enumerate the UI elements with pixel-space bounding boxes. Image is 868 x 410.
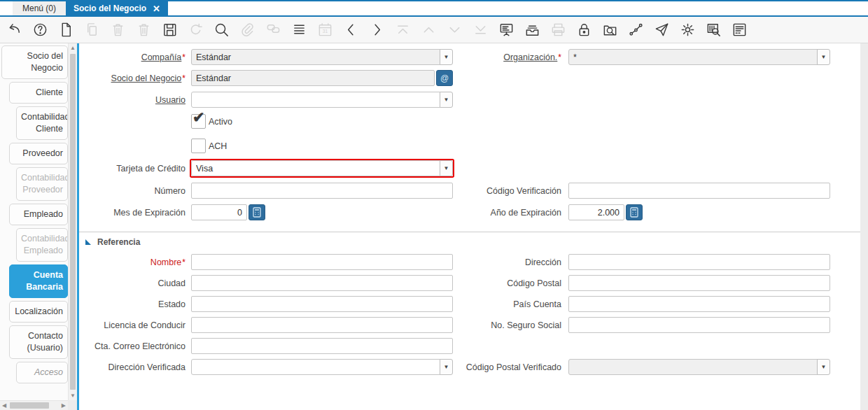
sidebar-vertical-scrollbar[interactable]: ▲ ▼ xyxy=(68,43,77,400)
vertical-scroll-thumb[interactable] xyxy=(70,54,76,390)
organizacion-dropdown-button[interactable]: ▼ xyxy=(817,49,830,65)
checkmark-icon: ✔ xyxy=(192,110,205,125)
tab-active-label: Socio del Negocio xyxy=(74,3,146,13)
attachment-icon xyxy=(239,22,255,38)
find-icon[interactable] xyxy=(214,22,230,38)
save-icon[interactable] xyxy=(162,22,178,38)
field-label-nombre: Nombre* xyxy=(79,257,186,267)
compania-dropdown-button[interactable]: ▼ xyxy=(440,49,453,65)
sidebar-item-empleado[interactable]: Empleado xyxy=(9,204,68,225)
lock-icon[interactable] xyxy=(576,22,592,38)
usuario-dropdown-button[interactable]: ▼ xyxy=(440,92,453,108)
direccion-verificada-dropdown-button[interactable]: ▼ xyxy=(440,359,453,375)
field-label-organizacion[interactable]: Organización.* xyxy=(453,52,561,62)
nombre-input[interactable] xyxy=(191,254,453,270)
scroll-down-icon[interactable]: ▼ xyxy=(69,391,77,400)
sidebar-item-cliente[interactable]: Cliente xyxy=(9,82,68,104)
sidebar-horizontal-scrollbar[interactable]: ◀ ▶ xyxy=(0,400,68,410)
activo-checkbox-label: Activo xyxy=(209,117,232,127)
referencia-section-header[interactable]: Referencia xyxy=(79,232,868,250)
seguro-social-input[interactable] xyxy=(568,317,830,333)
help-icon[interactable] xyxy=(32,22,48,38)
field-label-pais-cuenta: País Cuenta xyxy=(453,299,561,309)
ach-checkbox[interactable] xyxy=(191,139,206,153)
main-vertical-scrollbar[interactable] xyxy=(860,43,868,410)
codigo-verificacion-input[interactable] xyxy=(568,183,830,199)
usuario-input[interactable] xyxy=(191,92,440,108)
delete-record-icon xyxy=(110,22,126,38)
ano-expiracion-input[interactable] xyxy=(568,204,624,220)
field-label-seguro-social: No. Seguro Social xyxy=(453,320,561,330)
sidebar-item-cuenta-bancaria[interactable]: Cuenta Bancaria xyxy=(9,264,68,298)
activo-checkbox[interactable]: ✔ xyxy=(191,114,206,129)
tab-menu-label: Menú (0) xyxy=(22,3,56,13)
sidebar-item-contabilidad-empleado: Contabilidad Empleado xyxy=(16,228,68,262)
zoom-across-icon[interactable] xyxy=(602,22,618,38)
correo-electronico-input[interactable] xyxy=(191,338,453,354)
sidebar-item-acceso[interactable]: Acceso xyxy=(16,362,68,383)
chevron-down-icon: ▼ xyxy=(821,364,827,370)
sidebar-item-contabilidad-cliente[interactable]: Contabilidad Cliente xyxy=(16,106,68,140)
field-label-numero: Número xyxy=(79,186,186,196)
estado-input[interactable] xyxy=(191,296,453,312)
sidebar-tab-list: Socio del Negocio Cliente Contabilidad C… xyxy=(0,43,68,400)
next-record-icon[interactable] xyxy=(369,22,385,38)
calculator-icon xyxy=(252,207,262,218)
codigo-postal-input[interactable] xyxy=(568,275,830,291)
field-label-compania[interactable]: Compañía* xyxy=(79,52,186,62)
ciudad-input[interactable] xyxy=(191,275,453,291)
new-record-icon[interactable] xyxy=(58,22,74,38)
codigo-postal-verificado-dropdown-button[interactable]: ▼ xyxy=(817,359,830,375)
requests-icon[interactable] xyxy=(654,22,670,38)
numero-input[interactable] xyxy=(191,183,453,199)
business-partner-info-button[interactable]: @ xyxy=(436,70,453,86)
scroll-up-icon[interactable]: ▲ xyxy=(69,43,77,52)
workflow-icon[interactable] xyxy=(628,22,644,38)
tab-menu[interactable]: Menú (0) xyxy=(13,1,66,15)
tab-socio-del-negocio[interactable]: Socio del Negocio ✕ xyxy=(66,1,168,15)
sidebar-item-localizacion[interactable]: Localización xyxy=(9,301,68,323)
product-info-icon[interactable] xyxy=(706,22,722,38)
refresh-icon xyxy=(188,22,204,38)
report-icon[interactable] xyxy=(498,22,514,38)
sidebar-item-contacto-usuario[interactable]: Contacto (Usuario) xyxy=(9,325,68,359)
organizacion-input[interactable] xyxy=(568,49,818,65)
direccion-input[interactable] xyxy=(568,254,830,270)
close-tab-icon[interactable]: ✕ xyxy=(153,4,160,13)
ano-expiracion-calculator-button[interactable] xyxy=(626,204,643,220)
scroll-right-icon[interactable]: ▶ xyxy=(62,401,66,410)
last-record-icon xyxy=(472,22,489,38)
mes-expiracion-input[interactable] xyxy=(191,204,247,220)
scroll-left-icon[interactable]: ◀ xyxy=(2,401,6,410)
pais-cuenta-input[interactable] xyxy=(568,296,830,312)
direccion-verificada-combobox: ▼ xyxy=(191,359,453,375)
sidebar-item-proveedor[interactable]: Proveedor xyxy=(9,143,68,164)
compania-input[interactable] xyxy=(191,49,440,65)
log-icon[interactable] xyxy=(732,22,748,38)
horizontal-scroll-thumb[interactable] xyxy=(10,402,49,409)
detail-record-icon xyxy=(447,22,463,38)
socio-input[interactable] xyxy=(191,70,435,86)
undo-icon[interactable] xyxy=(6,22,22,38)
tarjeta-dropdown-button[interactable]: ▼ xyxy=(440,160,453,176)
previous-record-icon[interactable] xyxy=(343,22,359,38)
licencia-conducir-input[interactable] xyxy=(191,317,453,333)
preferences-icon[interactable] xyxy=(680,22,696,38)
compania-combobox: ▼ xyxy=(191,49,453,65)
sidebar-item-socio-del-negocio[interactable]: Socio del Negocio xyxy=(1,45,68,79)
mes-expiracion-calculator-button[interactable] xyxy=(248,204,265,220)
field-label-ciudad: Ciudad xyxy=(79,278,186,288)
sidebar-item-contabilidad-proveedor: Contabilidad Proveedor xyxy=(16,167,68,201)
collapse-triangle-icon xyxy=(85,239,91,245)
required-marker: * xyxy=(182,73,186,83)
field-label-socio[interactable]: Socio del Negocio* xyxy=(79,73,186,83)
field-label-codigo-postal: Código Postal xyxy=(453,278,561,288)
archive-icon[interactable] xyxy=(524,22,540,38)
field-label-ano-expiracion: Año de Expiración xyxy=(453,208,561,218)
calculator-icon xyxy=(629,207,639,218)
form-panel: Compañía* ▼ Organización.* ▼ Socio del xyxy=(79,43,868,410)
field-label-usuario[interactable]: Usuario xyxy=(79,95,186,105)
grid-toggle-icon[interactable] xyxy=(291,22,307,38)
tarjeta-input[interactable] xyxy=(191,160,440,176)
direccion-verificada-input[interactable] xyxy=(191,359,440,375)
